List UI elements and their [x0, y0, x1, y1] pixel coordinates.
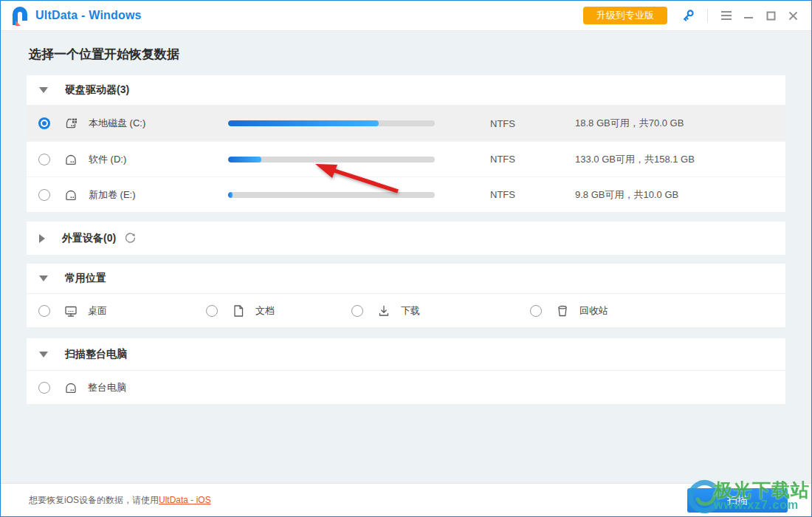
hard-drives-section: 硬盘驱动器(3) 本地磁盘 (C:) NTFS 18.8 GB可用，共70.0 …: [27, 75, 785, 212]
location-documents[interactable]: 文档: [206, 304, 351, 318]
external-devices-header[interactable]: 外置设备(0): [27, 222, 785, 255]
footer-bar: 想要恢复iOS设备的数据，请使用UltData - iOS 扫描: [1, 483, 811, 516]
whole-computer-section: 扫描整台电脑 整台电脑: [27, 338, 785, 404]
whole-computer-row: 整台电脑: [27, 371, 785, 404]
minimize-icon[interactable]: [737, 5, 760, 26]
common-locations-section: 常用位置 桌面 文档: [27, 264, 785, 327]
radio-drive-e[interactable]: [38, 189, 50, 201]
footer-hint-text: 想要恢复iOS设备的数据，请使用: [29, 495, 159, 505]
common-locations-title: 常用位置: [65, 272, 106, 285]
common-locations-row: 桌面 文档 下载: [27, 294, 785, 327]
register-key-icon[interactable]: [679, 7, 697, 24]
ultdata-ios-link[interactable]: UltData - iOS: [159, 495, 211, 505]
hard-drive-icon: [63, 152, 78, 167]
chevron-down-icon: [39, 352, 48, 357]
drive-capacity: 18.8 GB可用，共70.0 GB: [575, 117, 785, 130]
drive-capacity: 9.8 GB可用，共10.0 GB: [575, 188, 785, 202]
drive-row-c[interactable]: 本地磁盘 (C:) NTFS 18.8 GB可用，共70.0 GB: [27, 106, 785, 141]
hard-drives-section-header[interactable]: 硬盘驱动器(3): [27, 75, 785, 106]
external-devices-section: 外置设备(0): [27, 222, 785, 255]
external-devices-title: 外置设备(0): [62, 232, 116, 245]
maximize-icon[interactable]: [760, 5, 782, 26]
location-whole-computer[interactable]: 整台电脑: [38, 380, 126, 395]
drive-usage-bar: [228, 120, 435, 126]
location-desktop[interactable]: 桌面: [38, 304, 206, 318]
drive-label: 软件 (D:): [89, 153, 228, 166]
location-label: 整台电脑: [88, 381, 126, 394]
page-title: 选择一个位置开始恢复数据: [29, 46, 785, 63]
titlebar-divider: [707, 9, 708, 22]
system-drive-icon: [63, 116, 78, 131]
main-content: 选择一个位置开始恢复数据 硬盘驱动器(3) 本地磁盘 (C:) NTFS 18.…: [1, 31, 811, 484]
radio-drive-c[interactable]: [38, 117, 50, 129]
chevron-down-icon: [39, 87, 48, 93]
ultdata-logo-icon: [10, 4, 30, 27]
download-icon: [376, 304, 391, 318]
location-label: 桌面: [88, 304, 107, 318]
close-icon[interactable]: [782, 5, 804, 26]
location-recycle-bin[interactable]: 回收站: [530, 304, 608, 318]
location-label: 回收站: [579, 304, 608, 318]
radio-downloads[interactable]: [351, 305, 363, 317]
app-title: UltData - Windows: [35, 9, 142, 22]
drive-usage-fill: [228, 192, 233, 198]
refresh-icon[interactable]: [124, 232, 137, 244]
common-locations-header[interactable]: 常用位置: [27, 264, 785, 294]
radio-whole-computer[interactable]: [38, 382, 50, 394]
hard-drive-icon: [63, 380, 78, 395]
chevron-down-icon: [39, 275, 48, 281]
drive-filesystem: NTFS: [490, 154, 575, 165]
drive-capacity: 133.0 GB可用，共158.1 GB: [575, 153, 785, 166]
drive-filesystem: NTFS: [490, 189, 575, 200]
recycle-bin-icon: [555, 304, 570, 318]
hard-drives-section-title: 硬盘驱动器(3): [65, 83, 129, 97]
whole-computer-title: 扫描整台电脑: [65, 348, 127, 361]
drive-filesystem: NTFS: [490, 118, 575, 129]
document-icon: [231, 304, 246, 318]
radio-drive-d[interactable]: [38, 154, 50, 165]
hard-drive-icon: [63, 188, 78, 202]
drive-usage-bar: [228, 157, 435, 162]
drive-usage-fill: [228, 157, 261, 162]
location-downloads[interactable]: 下载: [351, 304, 530, 318]
location-label: 下载: [401, 304, 420, 318]
drive-row-e[interactable]: 新加卷 (E:) NTFS 9.8 GB可用，共10.0 GB: [27, 177, 785, 212]
desktop-monitor-icon: [63, 304, 78, 318]
chevron-right-icon: [39, 234, 45, 243]
radio-recycle-bin[interactable]: [530, 305, 542, 317]
radio-desktop[interactable]: [38, 305, 50, 317]
upgrade-to-pro-button[interactable]: 升级到专业版: [583, 7, 667, 24]
footer-hint: 想要恢复iOS设备的数据，请使用UltData - iOS: [29, 484, 211, 516]
drive-usage-bar: [228, 192, 435, 198]
scan-button[interactable]: 扫描: [687, 488, 788, 513]
whole-computer-header[interactable]: 扫描整台电脑: [27, 338, 785, 371]
drive-label: 本地磁盘 (C:): [89, 117, 228, 130]
drive-usage-fill: [228, 120, 379, 126]
radio-documents[interactable]: [206, 305, 218, 317]
menu-icon[interactable]: [715, 5, 737, 26]
title-bar: UltData - Windows 升级到专业版: [1, 1, 811, 31]
drive-row-d[interactable]: 软件 (D:) NTFS 133.0 GB可用，共158.1 GB: [27, 141, 785, 177]
location-label: 文档: [255, 304, 275, 318]
drive-label: 新加卷 (E:): [89, 188, 228, 202]
